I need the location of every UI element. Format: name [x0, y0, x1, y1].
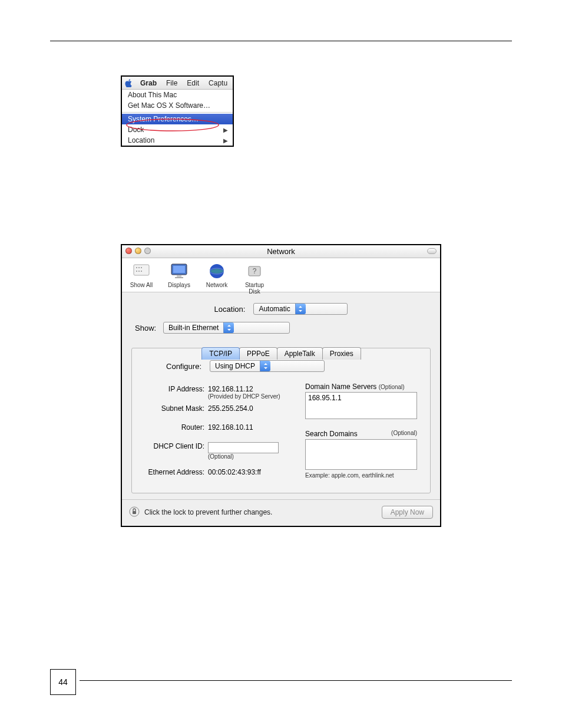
- menu-item-label: Get Mac OS X Software…: [128, 101, 210, 110]
- menubar-item-edit[interactable]: Edit: [182, 79, 204, 87]
- lock-text: Click the lock to prevent further change…: [144, 508, 272, 516]
- dns-optional-text: (Optional): [379, 384, 405, 390]
- toolbar-displays[interactable]: Displays: [164, 262, 194, 288]
- dns-servers-label: Domain Name Servers (Optional): [305, 383, 422, 391]
- apple-logo-icon[interactable]: [125, 78, 133, 88]
- chevron-right-icon: ▶: [223, 127, 228, 133]
- lock-row: Click the lock to prevent further change…: [129, 506, 272, 519]
- location-select[interactable]: Automatic: [253, 303, 348, 315]
- dns-label-text: Domain Name Servers: [305, 383, 376, 391]
- zoom-button[interactable]: [144, 248, 151, 254]
- svg-point-2: [136, 267, 137, 268]
- ip-address-label: IP Address:: [140, 385, 208, 393]
- svg-point-3: [138, 267, 140, 268]
- svg-text:?: ?: [253, 267, 257, 275]
- menu-location[interactable]: Location▶: [122, 135, 233, 146]
- left-column: IP Address: 192.168.11.12 (Provided by D…: [140, 383, 293, 479]
- svg-rect-9: [173, 266, 185, 273]
- tab-tcpip[interactable]: TCP/IP: [201, 347, 240, 360]
- menu-about-this-mac[interactable]: About This Mac: [122, 90, 233, 100]
- ethernet-address-row: Ethernet Address: 00:05:02:43:93:ff: [140, 462, 293, 479]
- configure-select[interactable]: Using DHCP: [210, 360, 325, 372]
- toolbar-startup-disk[interactable]: ? Startup Disk: [240, 262, 269, 295]
- menu-item-label: Dock: [128, 126, 144, 134]
- tab-pppoe[interactable]: PPPoE: [239, 347, 277, 360]
- ethernet-address-value: 00:05:02:43:93:ff: [208, 468, 261, 476]
- svg-point-4: [141, 267, 142, 268]
- menubar-item-capture[interactable]: Captu: [204, 79, 232, 87]
- select-value: Built-in Ethernet: [168, 324, 219, 332]
- apply-now-button[interactable]: Apply Now: [382, 506, 433, 519]
- subnet-mask-value: 255.255.254.0: [208, 404, 253, 413]
- configure-row: Configure: Using DHCP: [140, 359, 422, 383]
- router-value: 192.168.10.11: [208, 423, 253, 431]
- svg-point-7: [141, 271, 142, 272]
- dhcp-client-id-note: (Optional): [208, 453, 279, 460]
- menubar-item-file[interactable]: File: [161, 79, 182, 87]
- display-icon: [170, 262, 189, 281]
- menu-get-osx-software[interactable]: Get Mac OS X Software…: [122, 100, 233, 111]
- select-value: Automatic: [259, 305, 290, 313]
- svg-point-5: [136, 271, 137, 272]
- window-footer: Click the lock to prevent further change…: [122, 499, 440, 526]
- minimize-button[interactable]: [135, 248, 141, 254]
- menu-separator: [122, 112, 233, 113]
- content-area: Location: Automatic Show: Built-in Ether…: [122, 292, 440, 499]
- location-label: Location:: [214, 305, 249, 314]
- toolbar-label: Startup Disk: [240, 282, 269, 295]
- toolbar-label: Displays: [164, 282, 194, 288]
- svg-rect-1: [134, 265, 149, 275]
- show-label: Show:: [135, 324, 158, 332]
- show-select[interactable]: Built-in Ethernet: [163, 322, 290, 334]
- show-row: Show: Built-in Ethernet: [128, 322, 434, 340]
- toolbar-label: Network: [202, 282, 232, 288]
- chevron-right-icon: ▶: [223, 137, 228, 144]
- apple-menu-figure: Grab File Edit Captu About This Mac Get …: [121, 75, 234, 147]
- tab-proxies[interactable]: Proxies: [322, 347, 361, 360]
- search-domains-input[interactable]: [305, 439, 417, 470]
- menu-system-preferences[interactable]: System Preferences…: [122, 114, 233, 124]
- select-value: Using DHCP: [215, 362, 255, 370]
- toolbar-network[interactable]: Network: [202, 262, 232, 288]
- lock-icon[interactable]: [129, 506, 140, 519]
- tcpip-panel: Configure: Using DHCP IP Address: 192.16…: [131, 348, 431, 493]
- dhcp-client-id-row: DHCP Client ID: (Optional): [140, 434, 293, 462]
- router-label: Router:: [140, 423, 208, 431]
- network-preferences-window: Network Show All Displays Network ? St: [121, 244, 441, 527]
- ip-address-value: 192.168.11.12: [208, 385, 280, 393]
- page-footer-rule: [80, 680, 512, 681]
- show-all-icon: [132, 262, 151, 281]
- close-button[interactable]: [125, 248, 132, 254]
- subnet-mask-row: Subnet Mask: 255.255.254.0: [140, 402, 293, 415]
- tcpip-columns: IP Address: 192.168.11.12 (Provided by D…: [140, 383, 422, 479]
- router-row: Router: 192.168.10.11: [140, 415, 293, 434]
- window-title: Network: [267, 247, 295, 256]
- toolbar-toggle-button[interactable]: [427, 248, 437, 254]
- search-domains-example: Example: apple.com, earthlink.net: [305, 472, 422, 479]
- svg-rect-10: [177, 275, 181, 277]
- chevron-updown-icon: [295, 304, 306, 314]
- search-domains-optional-text: (Optional): [391, 430, 417, 438]
- page-header-rule: [50, 24, 512, 41]
- dns-servers-input[interactable]: 168.95.1.1: [305, 392, 417, 419]
- search-domains-text: Search Domains: [305, 430, 358, 438]
- prefs-toolbar: Show All Displays Network ? Startup Disk: [122, 258, 440, 292]
- dhcp-client-id-input[interactable]: [208, 442, 279, 453]
- menu-dock[interactable]: Dock▶: [122, 124, 233, 135]
- location-row: Location: Automatic: [128, 298, 434, 322]
- chevron-updown-icon: [260, 361, 270, 371]
- menu-item-label: System Preferences…: [128, 115, 199, 123]
- tab-appletalk[interactable]: AppleTalk: [277, 347, 323, 360]
- menubar-item-grab[interactable]: Grab: [135, 79, 161, 87]
- network-globe-icon: [207, 262, 226, 281]
- tabs-container: TCP/IP PPPoE AppleTalk Proxies Configure…: [131, 348, 431, 493]
- svg-rect-17: [133, 511, 136, 514]
- search-domains-label: Search Domains (Optional): [305, 430, 417, 438]
- ethernet-address-label: Ethernet Address:: [140, 468, 208, 476]
- svg-rect-11: [175, 277, 183, 278]
- toolbar-show-all[interactable]: Show All: [127, 262, 156, 288]
- window-titlebar: Network: [122, 245, 440, 258]
- right-column: Domain Name Servers (Optional) 168.95.1.…: [305, 383, 422, 479]
- startup-disk-icon: ?: [245, 262, 264, 281]
- ip-address-note: (Provided by DHCP Server): [208, 393, 280, 400]
